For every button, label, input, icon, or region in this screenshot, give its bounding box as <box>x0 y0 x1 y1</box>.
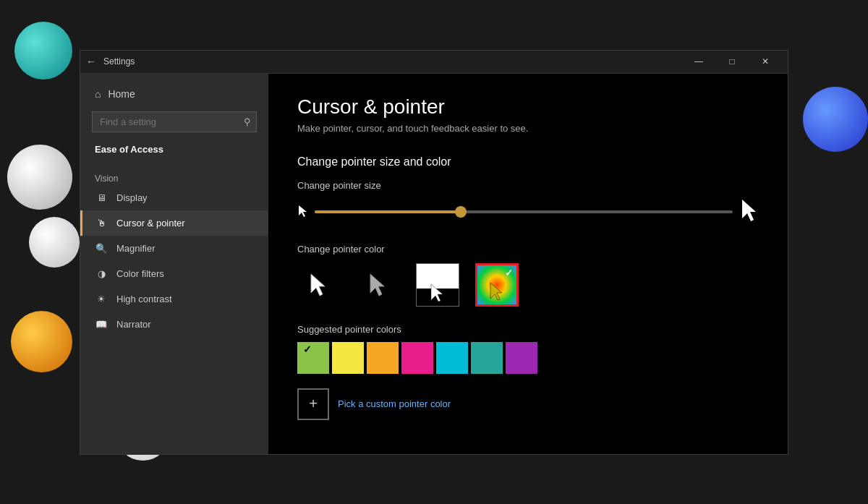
search-input[interactable] <box>92 111 257 132</box>
settings-window: ← Settings — □ ✕ ⌂ Home ⚲ Ease of Access… <box>80 50 788 455</box>
back-button[interactable]: ← <box>86 56 96 67</box>
page-subtitle: Make pointer, cursor, and touch feedback… <box>297 123 759 134</box>
magnifier-label: Magnifier <box>116 243 155 254</box>
bg-sphere-white1 <box>7 145 72 210</box>
size-slider-track[interactable] <box>315 210 733 213</box>
svg-marker-2 <box>311 274 325 296</box>
slider-thumb[interactable] <box>455 206 467 218</box>
sidebar-item-display[interactable]: 🖥 Display <box>80 185 268 210</box>
color-option-gray[interactable] <box>357 263 400 307</box>
suggested-color-green[interactable]: ✓ <box>297 342 329 374</box>
color-option-custom[interactable]: ✓ <box>475 263 519 307</box>
suggested-color-teal[interactable] <box>471 342 503 374</box>
window-body: ⌂ Home ⚲ Ease of Access Vision 🖥 Display… <box>80 74 788 454</box>
sidebar-item-high-contrast[interactable]: ☀ High contrast <box>80 286 268 312</box>
ease-of-access-label: Ease of Access <box>80 138 268 163</box>
cursor-nav-icon: 🖱 <box>95 218 108 228</box>
svg-marker-3 <box>370 274 384 296</box>
magnifier-icon: 🔍 <box>95 243 108 254</box>
color-label: Change pointer color <box>297 244 759 255</box>
vision-category: Vision <box>80 163 268 185</box>
narrator-icon: 📖 <box>95 319 108 330</box>
suggested-color-pink[interactable] <box>401 342 433 374</box>
search-icon: ⚲ <box>244 116 251 127</box>
color-filters-label: Color filters <box>116 268 164 279</box>
suggested-color-purple[interactable] <box>506 342 537 374</box>
color-filters-icon: ◑ <box>95 268 108 279</box>
maximize-button[interactable]: □ <box>715 50 749 73</box>
bg-sphere-blue <box>803 87 868 152</box>
sidebar: ⌂ Home ⚲ Ease of Access Vision 🖥 Display… <box>80 74 268 454</box>
suggested-colors: ✓ <box>297 342 759 374</box>
suggested-color-orange[interactable] <box>367 342 399 374</box>
cursor-small-icon <box>297 204 307 220</box>
cursor-label: Cursor & pointer <box>116 218 185 228</box>
sidebar-item-narrator[interactable]: 📖 Narrator <box>80 312 268 337</box>
page-title: Cursor & pointer <box>297 95 759 119</box>
slider-fill <box>315 210 461 213</box>
bg-sphere-white2 <box>29 217 80 268</box>
cursor-large-icon <box>740 198 759 226</box>
search-container: ⚲ <box>92 111 257 132</box>
section-title: Change pointer size and color <box>297 155 759 168</box>
suggested-color-yellow[interactable] <box>332 342 364 374</box>
size-slider-area <box>297 198 759 226</box>
custom-check-mark: ✓ <box>505 268 513 278</box>
close-button[interactable]: ✕ <box>749 50 782 73</box>
pointer-color-options: ✓ <box>297 263 759 307</box>
display-icon: 🖥 <box>95 192 108 203</box>
bg-sphere-teal <box>14 22 72 80</box>
window-title: Settings <box>103 56 682 67</box>
svg-marker-0 <box>299 205 307 217</box>
home-icon: ⌂ <box>95 88 101 100</box>
home-label: Home <box>108 88 135 100</box>
sidebar-item-magnifier[interactable]: 🔍 Magnifier <box>80 236 268 261</box>
svg-marker-4 <box>431 284 443 302</box>
custom-color-label: Pick a custom pointer color <box>338 398 451 409</box>
high-contrast-icon: ☀ <box>95 294 108 304</box>
sidebar-item-cursor[interactable]: 🖱 Cursor & pointer <box>80 210 268 236</box>
sidebar-item-home[interactable]: ⌂ Home <box>80 82 268 106</box>
size-label: Change pointer size <box>297 180 759 191</box>
suggested-color-cyan[interactable] <box>436 342 468 374</box>
svg-marker-5 <box>490 283 502 300</box>
minimize-button[interactable]: — <box>682 50 715 73</box>
display-label: Display <box>116 192 148 203</box>
sidebar-item-color-filters[interactable]: ◑ Color filters <box>80 261 268 286</box>
plus-icon: + <box>297 388 329 420</box>
suggested-label: Suggested pointer colors <box>297 324 759 335</box>
color-option-black[interactable] <box>416 263 459 307</box>
window-controls: — □ ✕ <box>682 50 782 73</box>
titlebar: ← Settings — □ ✕ <box>80 51 788 74</box>
custom-color-button[interactable]: + Pick a custom pointer color <box>297 388 759 420</box>
bg-sphere-orange <box>11 311 72 372</box>
svg-marker-1 <box>742 200 756 221</box>
color-option-none[interactable] <box>297 263 341 307</box>
narrator-label: Narrator <box>116 319 151 330</box>
main-content: Cursor & pointer Make pointer, cursor, a… <box>268 74 788 454</box>
high-contrast-label: High contrast <box>116 294 172 304</box>
